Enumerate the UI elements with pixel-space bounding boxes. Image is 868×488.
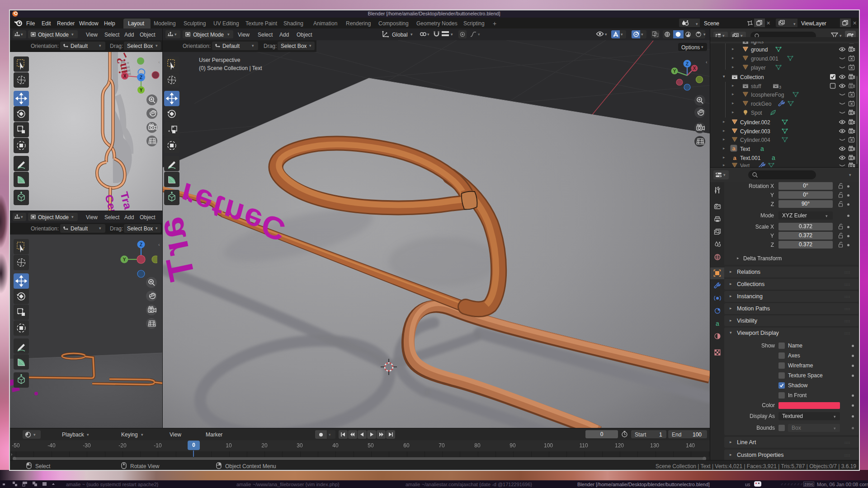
svg-text:Z: Z [140,242,142,247]
svg-text:X: X [123,74,127,79]
svg-text:Y: Y [123,257,126,262]
svg-text:Y: Y [673,69,676,74]
svg-text:a: a [732,145,736,152]
svg-text:a: a [733,155,736,161]
svg-text:a: a [772,154,775,161]
svg-text:Y: Y [140,88,143,93]
svg-text:a: a [760,145,764,152]
svg-text:Z: Z [140,75,142,80]
svg-text:X: X [693,66,696,71]
svg-text:Z: Z [686,61,689,66]
svg-text:a: a [716,320,719,327]
